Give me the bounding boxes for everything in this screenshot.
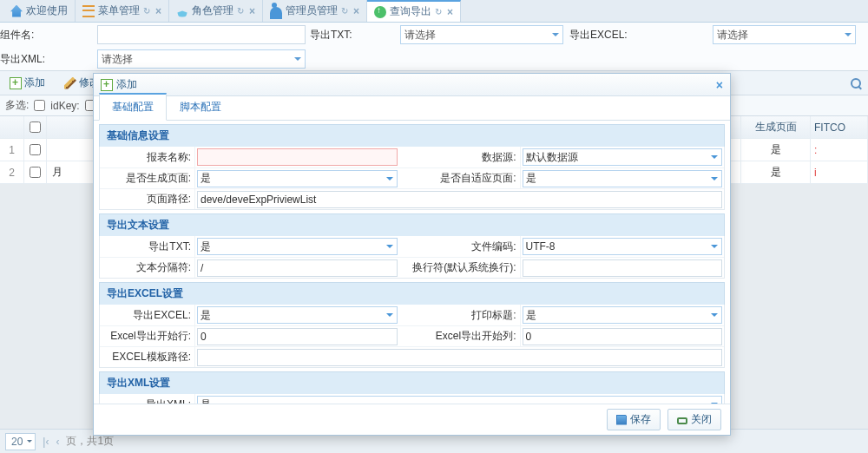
gen-page-select[interactable]: 是	[197, 170, 398, 187]
dialog-close-icon[interactable]: ×	[716, 78, 723, 92]
menu-icon	[82, 5, 95, 17]
pager-info: 页，共1页	[66, 434, 114, 449]
export-excel-select[interactable]: 是	[197, 306, 398, 324]
col-gen: 生成页面	[741, 116, 811, 138]
datasource-label: 数据源:	[399, 147, 521, 167]
col-fit: FITCO	[811, 116, 868, 138]
pager-prev[interactable]: ‹	[56, 436, 59, 448]
filter-txt-select[interactable]: 请选择	[400, 25, 563, 44]
pager-first[interactable]: |‹	[43, 436, 49, 448]
section-txt-head: 导出文本设置	[99, 213, 725, 236]
tab-admin-manage[interactable]: 管理员管理 ↻ ×	[263, 0, 367, 22]
row-checkbox[interactable]	[30, 167, 41, 178]
tab-welcome[interactable]: 欢迎使用	[3, 0, 76, 22]
auto-fit-label: 是否自适应页面:	[399, 168, 521, 188]
edit-icon	[64, 77, 76, 89]
row-number: 2	[0, 161, 24, 183]
section-xml-head: 导出XML设置	[99, 371, 725, 394]
page-path-input[interactable]: deve/deveExpPriviewList	[197, 191, 722, 208]
tpl-path-label: EXCEL模板路径:	[100, 347, 195, 367]
tab-label: 角色管理	[192, 3, 233, 18]
row-gen: 是	[741, 161, 811, 183]
file-enc-select[interactable]: UTF-8	[523, 238, 723, 255]
start-row-label: Excel导出开始行:	[100, 326, 195, 346]
dialog-tab-script[interactable]: 脚本配置	[167, 94, 234, 121]
tab-role-manage[interactable]: 角色管理 ↻ ×	[169, 0, 263, 22]
export-icon	[374, 6, 386, 18]
sep-input[interactable]: /	[197, 259, 398, 277]
close-icon[interactable]: ×	[249, 5, 255, 17]
tpl-path-input[interactable]	[197, 349, 722, 366]
close-icon[interactable]: ×	[155, 5, 161, 17]
row-checkbox[interactable]	[30, 144, 41, 155]
section-excel: 导出EXCEL: 是 打印标题: 是 Excel导出开始行: 0 Excel导出…	[99, 305, 725, 368]
tab-label: 管理员管理	[286, 3, 338, 18]
row-number: 1	[0, 139, 24, 161]
export-txt-label: 导出TXT:	[100, 236, 195, 257]
report-name-input[interactable]	[197, 148, 398, 166]
print-title-select[interactable]: 是	[523, 306, 723, 324]
start-col-label: Excel导出开始列:	[399, 326, 521, 346]
row-fit: i	[811, 161, 868, 183]
row-fit: :	[811, 139, 868, 161]
filter-groupname-input[interactable]	[97, 25, 306, 44]
dialog-body: 基础信息设置 报表名称: 数据源: 默认数据源 是否生成页面: 是 是否自适应页…	[94, 121, 730, 404]
tab-menu-manage[interactable]: 菜单管理 ↻ ×	[76, 0, 169, 22]
add-icon	[10, 77, 22, 89]
newline-label: 换行符(默认系统换行):	[399, 258, 521, 278]
section-excel-head: 导出EXCEL设置	[99, 282, 725, 305]
multi-checkbox[interactable]	[34, 100, 45, 111]
close-icon[interactable]: ×	[353, 5, 359, 17]
newline-input[interactable]	[523, 259, 723, 277]
refresh-icon[interactable]: ↻	[341, 6, 348, 16]
filter-groupname-label: 组件名:	[0, 23, 97, 47]
tab-query-export[interactable]: 查询导出 ↻ ×	[367, 0, 461, 22]
start-row-input[interactable]: 0	[197, 328, 398, 345]
export-excel-label: 导出EXCEL:	[100, 305, 195, 325]
page-path-label: 页面路径:	[100, 189, 195, 209]
filter-excel-select[interactable]: 请选择	[713, 25, 856, 44]
sep-label: 文本分隔符:	[100, 258, 195, 278]
file-enc-label: 文件编码:	[399, 236, 521, 257]
admin-icon	[270, 7, 282, 19]
page-size-select[interactable]: 20	[5, 433, 36, 450]
filter-txt-label: 导出TXT:	[310, 23, 400, 47]
section-basic: 报表名称: 数据源: 默认数据源 是否生成页面: 是 是否自适应页面: 是 页面…	[99, 147, 725, 210]
start-col-input[interactable]: 0	[523, 328, 723, 345]
refresh-icon[interactable]: ↻	[237, 6, 244, 16]
refresh-icon[interactable]: ↻	[143, 6, 150, 16]
home-icon	[10, 5, 23, 17]
filter-excel-label: 导出EXCEL:	[569, 23, 713, 47]
section-txt: 导出TXT: 是 文件编码: UTF-8 文本分隔符: / 换行符(默认系统换行…	[99, 236, 725, 279]
save-icon	[616, 415, 627, 425]
role-icon	[176, 5, 188, 17]
section-xml: 导出XML: 是 XML根节点名称: ROOT XML节点名称: NODE	[99, 394, 725, 404]
search-icon[interactable]	[851, 78, 861, 89]
export-txt-select[interactable]: 是	[197, 238, 398, 255]
add-icon	[101, 79, 113, 91]
filter-xml-label: 导出XML:	[0, 47, 97, 71]
datasource-select[interactable]: 默认数据源	[523, 148, 723, 166]
save-button[interactable]: 保存	[607, 409, 661, 430]
print-title-label: 打印标题:	[399, 305, 521, 325]
report-name-label: 报表名称:	[100, 147, 195, 167]
export-xml-select[interactable]: 是	[197, 396, 722, 404]
select-all-checkbox[interactable]	[30, 121, 41, 133]
tab-label: 菜单管理	[98, 3, 140, 18]
page-tabs: 欢迎使用 菜单管理 ↻ × 角色管理 ↻ × 管理员管理 ↻ × 查询导出 ↻ …	[0, 0, 868, 23]
auto-fit-select[interactable]: 是	[523, 170, 723, 187]
close-icon	[677, 417, 687, 424]
refresh-icon[interactable]: ↻	[435, 7, 442, 16]
dialog-tabs: 基础配置 脚本配置	[94, 96, 730, 121]
add-dialog: 添加 × 基础配置 脚本配置 基础信息设置 报表名称: 数据源: 默认数据源 是…	[93, 73, 731, 436]
close-icon[interactable]: ×	[447, 6, 453, 18]
filter-xml-select[interactable]: 请选择	[97, 49, 306, 69]
gen-page-label: 是否生成页面:	[100, 168, 195, 188]
row-gen: 是	[741, 139, 811, 161]
tab-label: 查询导出	[390, 4, 431, 19]
dialog-tab-basic[interactable]: 基础配置	[99, 93, 167, 121]
close-button[interactable]: 关闭	[667, 409, 721, 430]
dialog-title: 添加	[116, 77, 137, 92]
multi-label: 多选:	[5, 98, 29, 113]
add-button[interactable]: 添加	[3, 73, 51, 93]
